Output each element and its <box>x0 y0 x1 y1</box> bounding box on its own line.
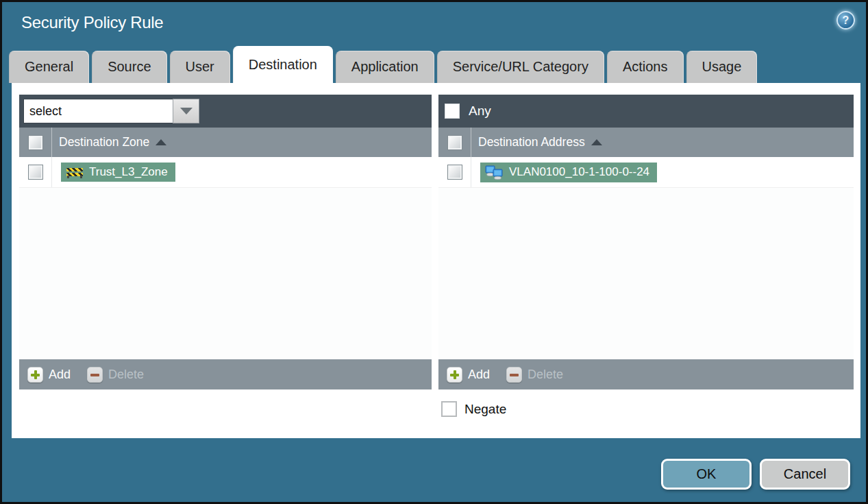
tab-general[interactable]: General <box>9 51 89 83</box>
destination-address-panel: Any Destination Address <box>438 95 854 389</box>
address-any-bar: Any <box>438 95 854 128</box>
add-zone-button[interactable]: Add <box>27 367 71 383</box>
help-icon[interactable]: ? <box>836 11 855 29</box>
tab-bar: GeneralSourceUserDestinationApplicationS… <box>9 46 859 83</box>
address-select-all-checkbox[interactable] <box>448 136 462 149</box>
table-row[interactable]: VLAN0100_10-1-100-0--24 <box>438 157 854 188</box>
zone-column-header[interactable]: Destination Zone <box>19 128 432 157</box>
zone-barrier-icon <box>66 167 84 178</box>
minus-icon <box>87 367 103 383</box>
zone-select-all-cell <box>19 128 52 157</box>
zone-value-label: Trust_L3_Zone <box>89 165 168 179</box>
any-checkbox[interactable] <box>445 104 460 119</box>
zone-column-title: Destination Zone <box>59 135 149 149</box>
title-bar: Security Policy Rule ? <box>2 2 866 42</box>
zone-value-chip[interactable]: Trust_L3_Zone <box>61 163 175 182</box>
sort-ascending-icon[interactable] <box>591 139 602 145</box>
row-checkbox-cell <box>438 157 471 187</box>
plus-icon <box>27 367 43 383</box>
row-checkbox-cell <box>19 157 52 187</box>
any-label: Any <box>469 104 491 119</box>
row-checkbox[interactable] <box>448 165 462 179</box>
tab-user[interactable]: User <box>170 51 230 83</box>
zone-filter-dropdown-button[interactable] <box>173 99 199 123</box>
add-label: Add <box>468 368 490 382</box>
negate-option: Negate <box>441 401 506 417</box>
address-value-chip[interactable]: VLAN0100_10-1-100-0--24 <box>480 163 657 182</box>
minus-icon <box>506 367 522 383</box>
address-select-all-cell <box>438 128 471 157</box>
zone-footer: Add Delete <box>19 359 432 389</box>
tab-destination[interactable]: Destination <box>233 46 333 83</box>
tab-usage[interactable]: Usage <box>686 51 758 83</box>
add-address-button[interactable]: Add <box>447 367 490 383</box>
zone-list: Trust_L3_Zone <box>19 157 432 359</box>
delete-label: Delete <box>528 368 563 382</box>
table-row[interactable]: Trust_L3_Zone <box>19 157 432 188</box>
page-title: Security Policy Rule <box>21 13 163 32</box>
row-checkbox[interactable] <box>29 165 42 179</box>
tab-actions[interactable]: Actions <box>607 51 684 83</box>
tab-source[interactable]: Source <box>92 51 166 83</box>
security-policy-rule-dialog: Security Policy Rule ? GeneralSourceUser… <box>0 0 868 504</box>
address-value-label: VLAN0100_10-1-100-0--24 <box>509 165 649 179</box>
zone-filter-combo <box>23 99 199 123</box>
zone-filter-input[interactable] <box>23 99 173 123</box>
plus-icon <box>447 367 462 383</box>
address-column-header[interactable]: Destination Address <box>438 128 854 157</box>
negate-label: Negate <box>464 402 506 417</box>
address-footer: Add Delete <box>438 359 854 389</box>
sort-ascending-icon[interactable] <box>156 139 166 145</box>
address-column-title: Destination Address <box>478 135 585 149</box>
chevron-down-icon <box>180 108 193 115</box>
add-label: Add <box>49 368 71 382</box>
ok-button[interactable]: OK <box>661 459 752 490</box>
zone-select-all-checkbox[interactable] <box>29 136 42 149</box>
delete-label: Delete <box>108 368 144 382</box>
address-list: VLAN0100_10-1-100-0--24 <box>438 157 854 359</box>
content-area: Destination Zone Trust_L3_Zone <box>12 83 860 438</box>
tab-service-url-category[interactable]: Service/URL Category <box>437 51 604 83</box>
zone-filter-bar <box>19 95 432 128</box>
delete-zone-button[interactable]: Delete <box>87 367 144 383</box>
negate-checkbox[interactable] <box>441 401 457 417</box>
tab-application[interactable]: Application <box>336 51 434 83</box>
network-computers-icon <box>485 165 504 180</box>
delete-address-button[interactable]: Delete <box>506 367 563 383</box>
destination-zone-panel: Destination Zone Trust_L3_Zone <box>19 95 432 389</box>
cancel-button[interactable]: Cancel <box>760 459 850 490</box>
